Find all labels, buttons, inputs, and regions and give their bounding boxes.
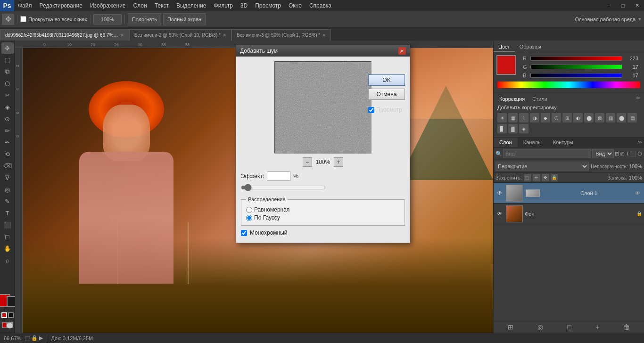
bg-indicator[interactable]	[8, 312, 14, 318]
menu-help[interactable]: Справка	[305, 0, 335, 11]
close-btn[interactable]: ✕	[630, 0, 644, 11]
fg-swatch-small[interactable]	[2, 322, 7, 328]
scroll-all-checkbox[interactable]	[20, 16, 26, 22]
lock-position-icon[interactable]: ✥	[542, 174, 549, 181]
layer-eye-1[interactable]: 👁	[495, 210, 504, 218]
bw-icon[interactable]: ◐	[573, 113, 583, 122]
levels-icon[interactable]: ▦	[508, 113, 518, 122]
radio-uniform[interactable]	[246, 207, 252, 213]
lock-transparent-icon[interactable]: ⬚	[524, 174, 531, 181]
tool-zoom[interactable]: ⌕	[1, 254, 14, 266]
hsl-icon[interactable]: ⬡	[552, 113, 561, 122]
layers-icon-5[interactable]: ⬡	[637, 151, 642, 157]
tool-text[interactable]: T	[1, 207, 14, 219]
move-tool[interactable]: ✥	[2, 14, 14, 25]
vibrance-icon[interactable]: ◆	[541, 113, 550, 122]
menu-window[interactable]: Окно	[285, 0, 305, 11]
tool-eraser[interactable]: ⌫	[1, 160, 14, 172]
tool-lasso[interactable]: ⧉	[1, 66, 14, 77]
tool-stamp[interactable]: ✒	[1, 137, 14, 148]
blend-mode-select[interactable]: Перекрытие	[495, 162, 589, 171]
selective-color-icon[interactable]: ◈	[519, 124, 528, 133]
tab-color[interactable]: Цвет	[494, 42, 515, 52]
tab-channels[interactable]: Каналы	[518, 138, 547, 147]
tool-gradient[interactable]: ∇	[1, 172, 14, 183]
lock-all-icon[interactable]: 🔒	[551, 174, 558, 181]
tab-styles[interactable]: Стили	[530, 95, 549, 103]
cancel-btn[interactable]: Отмена	[368, 89, 405, 100]
menu-image[interactable]: Изображение	[86, 0, 130, 11]
menu-select[interactable]: Выделение	[173, 0, 210, 11]
quick-mask[interactable]: ⬤	[7, 322, 13, 328]
menu-edit[interactable]: Редактирование	[36, 0, 86, 11]
tab-2-close[interactable]: ✕	[322, 33, 326, 38]
color-swatch-main[interactable]	[496, 55, 516, 75]
layers-icon-1[interactable]: ⊞	[615, 151, 619, 157]
tool-shape[interactable]: ◻	[1, 231, 14, 242]
effect-slider[interactable]	[241, 184, 326, 191]
layer-item-1[interactable]: 👁 Фон 🔒	[494, 204, 644, 224]
curves-icon[interactable]: ⌇	[519, 113, 528, 122]
layers-icon-4[interactable]: ⬛	[630, 151, 636, 157]
zoom-input[interactable]: 100%	[93, 14, 122, 24]
tab-0[interactable]: dd99562fc42f65b4193f703110496827.jpg @ 6…	[0, 29, 129, 41]
monochrome-checkbox[interactable]	[241, 230, 247, 236]
brightness-contrast-icon[interactable]: ☀	[497, 113, 507, 122]
layers-icon-3[interactable]: T	[626, 151, 629, 156]
tool-history-brush[interactable]: ⟲	[1, 148, 14, 160]
add-style-icon[interactable]: ⊞	[508, 323, 513, 331]
fit-btn[interactable]: Подогнать	[128, 13, 161, 25]
tab-layers[interactable]: Слои	[494, 138, 518, 147]
menu-3d[interactable]: 3D	[237, 0, 251, 11]
maximize-btn[interactable]: □	[616, 0, 630, 11]
tab-2[interactable]: Без имени-3 @ 50% (Слой 1, RGB/8) * ✕	[231, 29, 331, 41]
new-group-icon[interactable]: □	[567, 323, 571, 331]
tool-pen[interactable]: ✎	[1, 196, 14, 207]
tool-hand[interactable]: ✋	[1, 243, 14, 254]
tool-magic-wand[interactable]: ⬡	[1, 78, 14, 89]
menu-text[interactable]: Текст	[151, 0, 173, 11]
color-balance-icon[interactable]: ⊞	[562, 113, 572, 122]
preview-checkbox[interactable]	[368, 107, 374, 113]
tool-dodge[interactable]: ◎	[1, 184, 14, 195]
tool-spot-heal[interactable]: ⊙	[1, 113, 14, 124]
tool-eyedropper[interactable]: ◈	[1, 101, 14, 113]
menu-filter[interactable]: Фильтр	[210, 0, 237, 11]
menu-file[interactable]: Файл	[14, 0, 36, 11]
workspace-arrow[interactable]: ▼	[637, 16, 642, 22]
layer-item-0[interactable]: 👁 Слой 1 👁	[494, 183, 644, 204]
layer-visible-icon-0[interactable]: 👁	[635, 190, 640, 196]
radio-gaussian[interactable]	[246, 215, 252, 221]
g-slider[interactable]	[530, 65, 622, 69]
tab-0-close[interactable]: ✕	[120, 33, 124, 38]
channel-mixer-icon[interactable]: ⊠	[595, 113, 604, 122]
minimize-btn[interactable]: −	[602, 0, 616, 11]
add-mask-icon[interactable]: ◎	[537, 323, 543, 331]
menu-layers[interactable]: Слои	[130, 0, 151, 11]
layers-kind-select[interactable]: Вид	[592, 149, 614, 158]
r-slider[interactable]	[530, 56, 622, 61]
tab-1[interactable]: Без имени-2 @ 50% (Слой 10, RGB/8) * ✕	[129, 29, 231, 41]
correction-panel-expand[interactable]: ≫	[636, 95, 640, 103]
tool-brush[interactable]: ✏	[1, 125, 14, 136]
menu-view[interactable]: Просмотр	[251, 0, 285, 11]
photo-filter-icon[interactable]: ⬤	[584, 113, 594, 122]
fg-indicator[interactable]	[1, 312, 7, 318]
tab-correction[interactable]: Коррекция	[497, 95, 527, 103]
ok-btn[interactable]: OK	[368, 74, 405, 86]
dialog-close-btn[interactable]: ✕	[398, 47, 406, 55]
tool-path-select[interactable]: ⬛	[1, 219, 14, 230]
zoom-in-preview-btn[interactable]: +	[334, 157, 343, 167]
posterize-icon[interactable]: ▤	[627, 113, 637, 122]
tool-crop[interactable]: ✂	[1, 90, 14, 101]
color-spectrum-bar[interactable]	[497, 82, 640, 88]
tab-1-close[interactable]: ✕	[223, 33, 226, 38]
delete-layer-icon[interactable]: 🗑	[623, 323, 630, 331]
fullscreen-btn[interactable]: Полный экран	[163, 13, 206, 25]
layer-eye-0[interactable]: 👁	[495, 189, 504, 197]
lock-pixels-icon[interactable]: ✏	[533, 174, 540, 181]
invert-icon[interactable]: ⬤	[617, 113, 626, 122]
threshold-icon[interactable]: ▊	[497, 124, 507, 133]
gradient-map-icon[interactable]: ▓	[508, 124, 518, 133]
layers-search-input[interactable]	[503, 149, 591, 158]
